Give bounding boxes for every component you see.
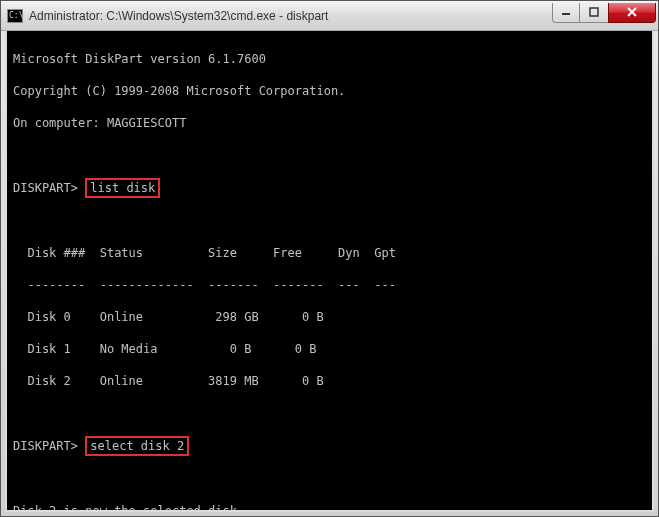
svg-rect-1 <box>590 8 598 16</box>
disk-row-0: Disk 0 Online 298 GB 0 B <box>13 309 646 325</box>
disk-table-header: Disk ### Status Size Free Dyn Gpt <box>13 245 646 261</box>
disk-row-1: Disk 1 No Media 0 B 0 B <box>13 341 646 357</box>
cmd-select-disk: select disk 2 <box>85 436 189 456</box>
cmd-list-disk: list disk <box>85 178 160 198</box>
minimize-button[interactable] <box>552 3 580 23</box>
cmd-window: C:\ Administrator: C:\Windows\System32\c… <box>0 0 659 517</box>
maximize-button[interactable] <box>579 3 609 23</box>
prompt: DISKPART> <box>13 439 78 453</box>
computer-line: On computer: MAGGIESCOTT <box>13 115 646 131</box>
disk-row-2: Disk 2 Online 3819 MB 0 B <box>13 373 646 389</box>
window-title: Administrator: C:\Windows\System32\cmd.e… <box>29 9 553 23</box>
version-line: Microsoft DiskPart version 6.1.7600 <box>13 51 646 67</box>
close-button[interactable] <box>608 3 656 23</box>
cmd-icon: C:\ <box>7 9 23 23</box>
prompt: DISKPART> <box>13 181 78 195</box>
window-controls <box>553 3 656 23</box>
disk-table-divider: -------- ------------- ------- ------- -… <box>13 277 646 293</box>
titlebar[interactable]: C:\ Administrator: C:\Windows\System32\c… <box>1 1 658 31</box>
copyright-line: Copyright (C) 1999-2008 Microsoft Corpor… <box>13 83 646 99</box>
terminal-output[interactable]: Microsoft DiskPart version 6.1.7600 Copy… <box>5 31 654 512</box>
svg-rect-0 <box>562 13 570 15</box>
msg-selected: Disk 2 is now the selected disk. <box>13 503 646 512</box>
